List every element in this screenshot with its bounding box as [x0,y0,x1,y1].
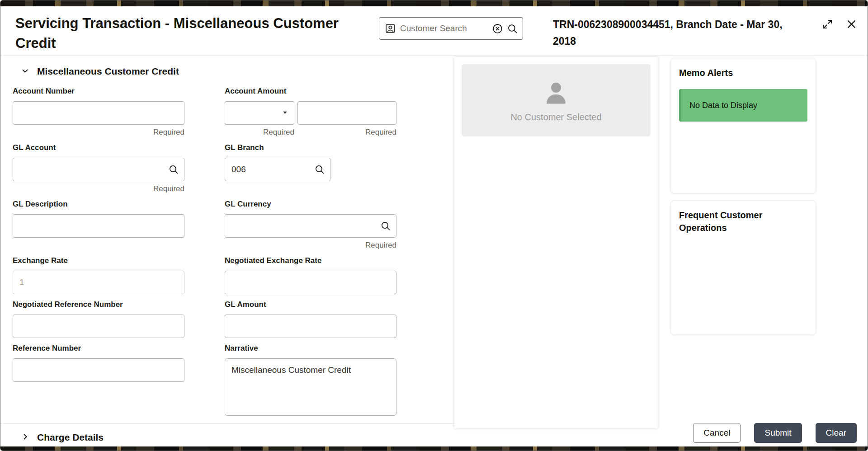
gl-branch-search-icon[interactable] [314,164,325,177]
account-amount-label: Account Amount [225,87,396,96]
chevron-down-icon [21,66,29,77]
field-account-amount: Account Amount Req [225,87,396,137]
search-icon[interactable] [507,23,518,34]
transaction-reference: TRN-0062308900034451, Branch Date - Mar … [553,16,808,50]
narrative-textarea[interactable]: Miscellaneous Customer Credit [225,358,396,416]
gl-amount-input[interactable] [225,315,396,338]
account-number-required: Required [13,128,184,137]
negotiated-reference-number-input[interactable] [13,315,184,338]
exchange-rate-input [13,271,184,294]
reference-number-input[interactable] [13,358,184,382]
charge-details-title: Charge Details [37,432,104,443]
field-gl-description: GL Description [13,200,184,250]
no-customer-text: No Customer Selected [510,112,601,122]
gl-branch-label: GL Branch [225,143,396,152]
gl-amount-label: GL Amount [225,300,396,309]
field-reference-number: Reference Number [13,344,184,418]
gl-currency-search-icon[interactable] [380,221,391,233]
field-narrative: Narrative Miscellaneous Customer Credit [225,344,396,418]
section-header-charge-details[interactable]: Charge Details [0,423,454,451]
form-grid: Account Number Required Account Amount [13,87,454,423]
gl-description-input[interactable] [13,214,184,238]
field-negotiated-exchange-rate: Negotiated Exchange Rate [225,256,396,294]
gl-account-required: Required [13,184,184,194]
transaction-form: Miscellaneous Customer Credit Account Nu… [0,56,454,446]
clear-search-icon[interactable] [492,23,503,34]
action-buttons: Cancel Submit Clear [693,423,857,443]
memo-alerts-card: Memo Alerts No Data to Display [670,58,816,193]
submit-button[interactable]: Submit [754,423,802,443]
field-gl-account: GL Account Required [13,143,184,194]
section-title: Miscellaneous Customer Credit [37,66,179,77]
negotiated-exchange-rate-label: Negotiated Exchange Rate [225,256,396,265]
gl-currency-label: GL Currency [225,200,396,209]
narrative-label: Narrative [225,344,396,353]
negotiated-reference-number-label: Negotiated Reference Number [13,300,184,309]
chevron-right-icon [21,432,29,443]
expand-icon[interactable] [821,18,834,30]
app-window: Servicing Transaction - Miscellaneous Cu… [0,0,868,451]
section-header-misc-customer-credit[interactable]: Miscellaneous Customer Credit [13,66,454,77]
gl-account-search-icon[interactable] [168,164,179,177]
dropdown-caret-icon [282,108,288,118]
exchange-rate-label: Exchange Rate [13,256,184,265]
cancel-button[interactable]: Cancel [693,423,741,443]
customer-search-input[interactable] [400,23,488,33]
frequent-operations-title: Frequent Customer Operations [679,209,807,234]
no-customer-placeholder: No Customer Selected [462,64,651,136]
frequent-operations-card: Frequent Customer Operations [670,200,816,335]
gl-branch-spacer [225,184,396,194]
account-amount-required: Required [297,128,396,137]
customer-panel: No Customer Selected [454,57,658,428]
field-negotiated-reference-number: Negotiated Reference Number [13,300,184,338]
gl-account-label: GL Account [13,143,184,152]
page-title: Servicing Transaction - Miscellaneous Cu… [15,14,344,53]
clear-button[interactable]: Clear [816,423,857,443]
account-number-input[interactable] [13,101,184,125]
account-amount-currency-required: Required [225,128,294,137]
field-gl-currency: GL Currency Required [225,200,396,250]
gl-account-input[interactable] [13,158,184,181]
field-exchange-rate: Exchange Rate [13,256,184,294]
field-account-number: Account Number Required [13,87,184,137]
field-gl-amount: GL Amount [225,300,396,338]
right-panel: Memo Alerts No Data to Display Frequent … [670,58,816,446]
gl-currency-required: Required [225,241,396,250]
field-gl-branch: GL Branch [225,143,396,194]
gl-description-spacer [13,241,184,250]
account-amount-currency-select[interactable] [225,101,294,125]
reference-number-label: Reference Number [13,344,184,353]
gl-description-label: GL Description [13,200,184,209]
top-decorative-strip [0,0,868,6]
memo-alerts-title: Memo Alerts [679,66,807,79]
person-silhouette-icon [542,79,570,108]
customer-search-person-icon [385,23,396,34]
window-controls [821,18,858,30]
content: Miscellaneous Customer Credit Account Nu… [0,56,868,446]
header: Servicing Transaction - Miscellaneous Cu… [0,6,868,56]
negotiated-exchange-rate-input[interactable] [225,271,396,294]
account-amount-input[interactable] [297,101,396,125]
close-icon[interactable] [845,18,858,30]
gl-currency-input[interactable] [225,214,396,238]
customer-search-box[interactable] [379,17,523,40]
memo-alerts-empty-badge: No Data to Display [679,89,807,122]
account-number-label: Account Number [13,87,184,96]
